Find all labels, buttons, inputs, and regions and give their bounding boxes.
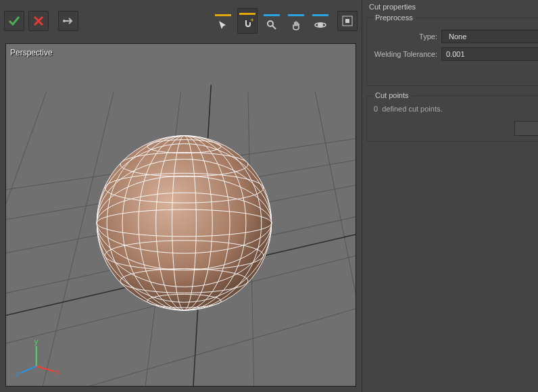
touch-tool-button[interactable]: +	[237, 8, 258, 34]
properties-panel: Cut properties Preprocess Type: None Wel…	[362, 0, 538, 392]
preprocess-legend: Preprocess	[372, 14, 416, 22]
type-select[interactable]: None	[441, 30, 538, 43]
weld-tolerance-input[interactable]	[441, 47, 538, 61]
svg-text:z: z	[16, 370, 20, 378]
orbit-tool-button[interactable]	[310, 8, 331, 34]
frame-selection-button[interactable]	[337, 11, 358, 31]
cancel-button[interactable]	[28, 11, 49, 31]
svg-point-2	[268, 21, 273, 26]
confirm-button[interactable]	[4, 11, 24, 31]
type-label: Type:	[372, 32, 437, 41]
svg-text:x: x	[56, 368, 60, 376]
panel-title: Cut properties	[366, 3, 538, 14]
axis-gizmo: x y z	[6, 44, 356, 386]
cutpoints-group: Cut points 0 defined cut points. Cut!	[366, 91, 538, 142]
svg-rect-6	[345, 19, 349, 23]
cut-button[interactable]: Cut!	[514, 121, 538, 136]
svg-text:y: y	[34, 337, 39, 345]
weld-tolerance-label: Welding Tolerance:	[372, 50, 437, 58]
reset-view-button[interactable]	[58, 11, 78, 31]
cutpoints-status: 0 defined cut points.	[372, 103, 538, 117]
viewport-3d[interactable]: Perspective	[5, 43, 356, 387]
select-tool-button[interactable]	[213, 8, 233, 34]
pan-tool-button[interactable]	[286, 8, 306, 34]
pointer-icon	[218, 20, 228, 30]
magnifier-icon	[266, 20, 277, 30]
hand-icon	[291, 20, 301, 30]
svg-line-39	[36, 366, 55, 372]
toolbar: +	[0, 0, 362, 38]
svg-line-41	[21, 366, 36, 373]
orbit-icon	[314, 20, 326, 30]
touch-icon: +	[241, 18, 253, 30]
svg-text:+: +	[250, 18, 253, 24]
preprocess-group: Preprocess Type: None Welding Tolerance:…	[366, 14, 538, 86]
cutpoints-legend: Cut points	[372, 91, 412, 99]
frame-icon	[342, 16, 353, 26]
svg-point-0	[63, 20, 66, 22]
zoom-tool-button[interactable]	[262, 8, 282, 34]
